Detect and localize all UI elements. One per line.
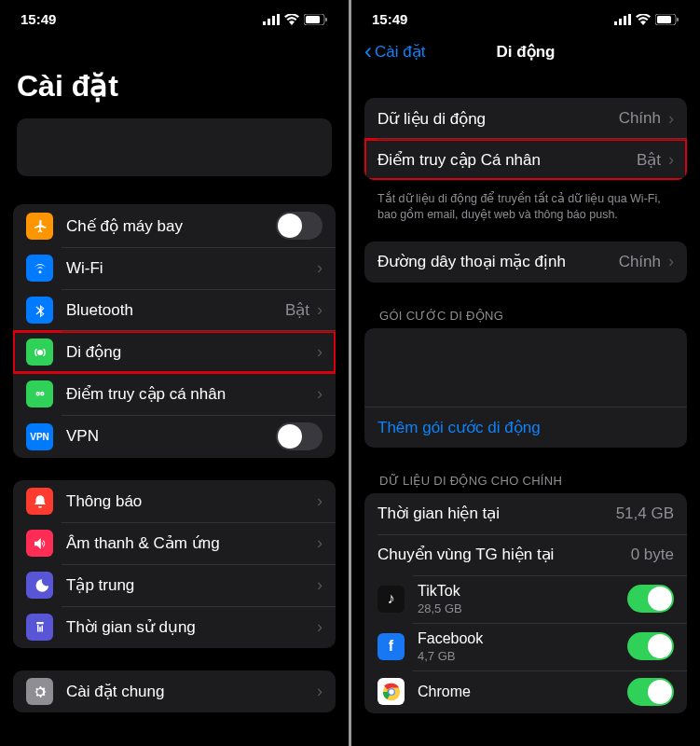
svg-rect-2 xyxy=(272,16,275,25)
notifications-icon xyxy=(26,488,53,515)
row-label: Điểm truy cập Cá nhân xyxy=(377,150,637,170)
row-label: Dữ liệu di động xyxy=(377,109,619,129)
screentime-icon xyxy=(26,614,53,641)
row-label: VPN xyxy=(66,427,276,446)
chrome-toggle[interactable] xyxy=(627,678,674,706)
status-icons xyxy=(614,14,679,25)
row-label: Thời gian sử dụng xyxy=(66,617,317,637)
status-bar: 15:49 xyxy=(0,0,349,33)
back-button[interactable]: ‹ Cài đặt xyxy=(364,40,425,62)
row-label: Chế độ máy bay xyxy=(66,216,276,236)
row-default-voice[interactable]: Đường dây thoại mặc định Chính › xyxy=(364,242,687,283)
row-value: 51,4 GB xyxy=(616,504,674,523)
row-app-chrome[interactable]: Chrome xyxy=(364,670,687,713)
app-name: Facebook xyxy=(418,630,627,647)
row-notifications[interactable]: Thông báo › xyxy=(13,480,336,522)
cellular-list: Dữ liệu di động Chính › Điểm truy cập Cá… xyxy=(351,74,700,746)
chevron-right-icon: › xyxy=(317,342,323,362)
row-label: Thông báo xyxy=(66,492,317,511)
nav-bar: ‹ Cài đặt Di động xyxy=(351,33,700,74)
row-screentime[interactable]: Thời gian sử dụng › xyxy=(13,606,336,648)
row-hotspot[interactable]: Điểm truy cập cá nhân › xyxy=(13,373,336,415)
row-label: Thời gian hiện tại xyxy=(377,504,616,523)
airplane-toggle[interactable] xyxy=(276,212,323,240)
app-name: Chrome xyxy=(418,684,627,700)
row-general[interactable]: Cài đặt chung › xyxy=(13,670,336,712)
chevron-right-icon: › xyxy=(317,533,323,553)
phone-right: 15:49 ‹ Cài đặt Di động Dữ liệu di động … xyxy=(351,0,700,746)
row-sound[interactable]: Âm thanh & Cảm ứng › xyxy=(13,522,336,564)
row-add-plan[interactable]: Thêm gói cước di động xyxy=(364,407,687,448)
row-label: Chuyển vùng TG hiện tại xyxy=(377,545,631,564)
svg-rect-1 xyxy=(268,19,270,25)
svg-rect-8 xyxy=(619,19,622,25)
svg-rect-9 xyxy=(624,16,626,25)
plan-placeholder xyxy=(364,328,687,407)
row-personal-hotspot[interactable]: Điểm truy cập Cá nhân Bật › xyxy=(364,139,687,180)
wifi-icon xyxy=(636,14,651,25)
tiktok-toggle[interactable] xyxy=(627,585,674,613)
chevron-right-icon: › xyxy=(317,575,323,595)
battery-icon xyxy=(655,14,679,25)
row-bluetooth[interactable]: Bluetooth Bật › xyxy=(13,289,336,331)
row-value: Chính xyxy=(619,253,661,271)
row-label: Bluetooth xyxy=(66,301,285,320)
facebook-toggle[interactable] xyxy=(627,632,674,660)
chevron-right-icon: › xyxy=(668,252,674,271)
row-current-period[interactable]: Thời gian hiện tại 51,4 GB xyxy=(364,493,687,534)
app-name: TikTok xyxy=(418,583,627,600)
row-app-facebook[interactable]: f Facebook 4,7 GB xyxy=(364,623,687,670)
section-footer: Tắt dữ liệu di động để truyền tất cả dữ … xyxy=(351,187,700,242)
phone-left: 15:49 Cài đặt Chế độ máy bay Wi-Fi › Blu… xyxy=(0,0,349,746)
vpn-icon: VPN xyxy=(26,423,53,450)
nav-title: Di động xyxy=(497,42,556,62)
svg-point-16 xyxy=(389,689,394,695)
svg-rect-12 xyxy=(657,16,671,23)
add-plan-label: Thêm gói cước di động xyxy=(377,418,541,437)
row-app-tiktok[interactable]: ♪ TikTok 28,5 GB xyxy=(364,575,687,623)
general-icon xyxy=(26,678,53,705)
signal-icon xyxy=(614,14,631,25)
profile-card[interactable] xyxy=(17,118,332,176)
row-label: Điểm truy cập cá nhân xyxy=(66,384,317,404)
section-header-data-usage: Dữ liệu di động cho Chính xyxy=(351,470,700,493)
chevron-right-icon: › xyxy=(668,150,674,170)
row-airplane[interactable]: Chế độ máy bay xyxy=(13,204,336,247)
cellular-icon xyxy=(26,338,53,366)
row-vpn[interactable]: VPN VPN xyxy=(13,415,336,458)
hotspot-icon xyxy=(26,380,53,408)
row-value: Bật xyxy=(285,300,309,320)
signal-icon xyxy=(263,14,280,25)
focus-icon xyxy=(26,572,53,599)
row-value: Chính xyxy=(619,109,661,128)
svg-rect-7 xyxy=(614,21,617,25)
vpn-toggle[interactable] xyxy=(276,422,323,450)
svg-rect-0 xyxy=(263,21,266,25)
tiktok-icon: ♪ xyxy=(377,586,405,613)
status-time: 15:49 xyxy=(372,11,407,27)
settings-list: Chế độ máy bay Wi-Fi › Bluetooth Bật › D… xyxy=(0,204,349,746)
chevron-right-icon: › xyxy=(317,300,323,320)
chevron-right-icon: › xyxy=(317,617,323,637)
chevron-right-icon: › xyxy=(317,384,323,404)
row-value: Bật xyxy=(637,150,661,170)
status-bar: 15:49 xyxy=(351,0,700,33)
chevron-right-icon: › xyxy=(317,258,323,278)
row-focus[interactable]: Tập trung › xyxy=(13,564,336,606)
row-roaming-period[interactable]: Chuyển vùng TG hiện tại 0 byte xyxy=(364,534,687,575)
row-cellular[interactable]: Di động › xyxy=(13,331,336,373)
row-wifi[interactable]: Wi-Fi › xyxy=(13,247,336,289)
row-value: 0 byte xyxy=(631,546,674,564)
app-usage: 4,7 GB xyxy=(418,649,627,663)
row-label: Âm thanh & Cảm ứng xyxy=(66,533,317,553)
chevron-right-icon: › xyxy=(317,491,323,511)
status-icons xyxy=(263,14,328,25)
row-mobile-data[interactable]: Dữ liệu di động Chính › xyxy=(364,98,687,139)
row-label: Tập trung xyxy=(66,575,317,595)
battery-icon xyxy=(304,14,328,25)
chevron-left-icon: ‹ xyxy=(364,40,372,62)
svg-rect-6 xyxy=(325,18,327,21)
sound-icon xyxy=(26,530,53,557)
chevron-right-icon: › xyxy=(317,682,323,701)
svg-rect-13 xyxy=(677,18,679,21)
